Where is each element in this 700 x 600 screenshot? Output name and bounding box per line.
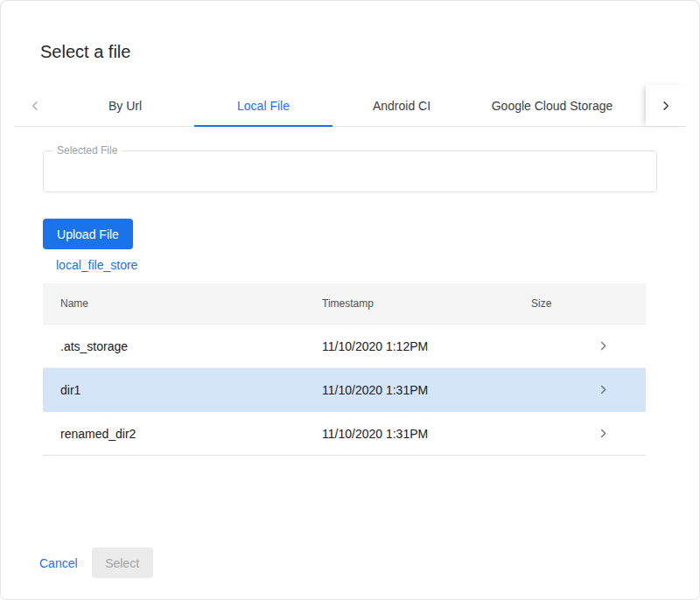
column-header-size: Size <box>531 297 597 310</box>
tab-android-ci[interactable]: Android CI <box>332 85 471 126</box>
file-timestamp: 11/10/2020 1:31PM <box>322 383 531 397</box>
table-row-renamed-dir2[interactable]: renamed_dir2 11/10/2020 1:31PM <box>43 412 646 456</box>
open-directory-button[interactable] <box>597 427 646 440</box>
cancel-button[interactable]: Cancel <box>39 548 78 578</box>
open-directory-button[interactable] <box>597 383 646 396</box>
tabs-paginate-left-button[interactable] <box>14 85 56 126</box>
chevron-right-icon <box>597 427 610 440</box>
open-directory-button[interactable] <box>597 339 646 352</box>
chevron-right-icon <box>597 339 610 352</box>
table-row-dir1[interactable]: dir1 11/10/2020 1:31PM <box>43 368 646 412</box>
local-file-panel: Selected File Upload File local_file_sto… <box>1 150 699 456</box>
tabs-paginate-right-button[interactable] <box>646 85 686 126</box>
selected-file-label: Selected File <box>52 144 122 157</box>
table-header-row: Name Timestamp Size <box>43 283 646 324</box>
column-header-timestamp: Timestamp <box>322 297 531 310</box>
breadcrumb: local_file_store <box>56 258 657 272</box>
tab-google-cloud-storage[interactable]: Google Cloud Storage <box>471 85 634 126</box>
select-button[interactable]: Select <box>92 548 153 578</box>
file-name: .ats_storage <box>60 339 322 353</box>
tab-bar: By Url Local File Android CI Google Clou… <box>14 85 686 127</box>
tab-local-file[interactable]: Local File <box>194 85 332 126</box>
upload-file-button[interactable]: Upload File <box>43 219 133 249</box>
breadcrumb-local-file-store[interactable]: local_file_store <box>56 258 137 272</box>
file-name: renamed_dir2 <box>60 427 322 441</box>
dialog-title: Select a file <box>40 42 699 62</box>
table-row-ats-storage[interactable]: .ats_storage 11/10/2020 1:12PM <box>43 324 646 368</box>
file-table: Name Timestamp Size .ats_storage 11/10/2… <box>43 283 646 456</box>
file-timestamp: 11/10/2020 1:31PM <box>322 427 531 441</box>
selected-file-field: Selected File <box>43 150 657 192</box>
dialog-actions: Cancel Select <box>1 548 699 599</box>
file-name: dir1 <box>60 383 322 397</box>
column-header-name: Name <box>60 297 322 310</box>
selected-file-input[interactable] <box>44 151 656 192</box>
chevron-right-icon <box>658 98 674 114</box>
chevron-left-icon <box>27 98 43 114</box>
tab-by-url[interactable]: By Url <box>56 85 194 126</box>
file-timestamp: 11/10/2020 1:12PM <box>322 339 531 353</box>
chevron-right-icon <box>597 383 610 396</box>
tab-spacer <box>634 85 646 126</box>
select-file-dialog: Select a file By Url Local File Android … <box>0 0 700 600</box>
